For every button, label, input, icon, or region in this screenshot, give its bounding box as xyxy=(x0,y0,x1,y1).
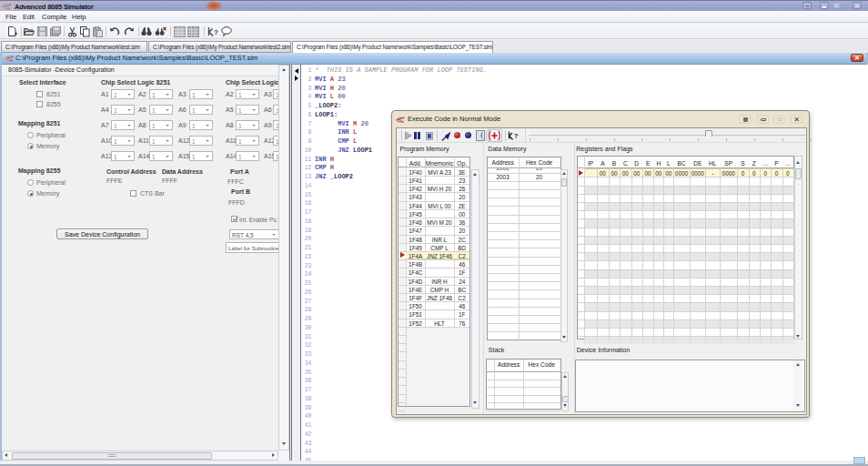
svg-text:?: ? xyxy=(514,133,518,139)
svg-text:?: ? xyxy=(214,28,218,36)
